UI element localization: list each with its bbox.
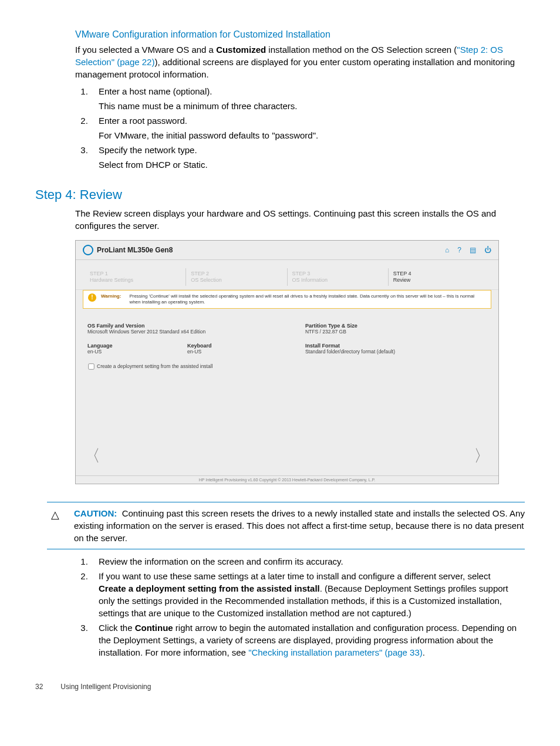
- ss-row-2: Language en-US Keyboard en-US Install Fo…: [87, 343, 487, 355]
- list-item-main: Enter a root password.: [99, 116, 187, 126]
- deployment-checkbox[interactable]: [88, 364, 94, 370]
- caution-triangle-icon: △: [47, 507, 63, 544]
- language-icon[interactable]: ▤: [470, 246, 476, 254]
- list-item-main: Specify the network type.: [99, 145, 197, 155]
- field-value: NTFS / 232.87 GB: [305, 329, 487, 335]
- warning-text: Pressing 'Continue' will install the sel…: [129, 293, 486, 306]
- warning-label: Warning:: [101, 293, 124, 299]
- page-footer-title: Using Intelligent Provisioning: [60, 683, 151, 691]
- final-steps-section: Review the information on the screen and…: [75, 555, 519, 659]
- list-item-sub: This name must be a minimum of three cha…: [99, 100, 519, 112]
- list-item-sub: Select from DHCP or Static.: [99, 158, 519, 171]
- field-value: Standard folder/directory format (defaul…: [305, 349, 487, 355]
- caution-text: CAUTION: Continuing past this screen res…: [74, 507, 525, 544]
- caution-block: △ CAUTION: Continuing past this screen r…: [47, 502, 525, 549]
- deployment-checkbox-row: Create a deployment setting from the ass…: [87, 363, 487, 370]
- home-icon[interactable]: ⌂: [445, 246, 449, 254]
- warning-banner: ! Warning: Pressing 'Continue' will inst…: [83, 290, 491, 309]
- text-fragment: installation method on the OS Selection …: [266, 45, 457, 55]
- step4-intro: The Review screen displays your hardware…: [75, 207, 519, 232]
- ss-title-area: ProLiant ML350e Gen8: [83, 245, 173, 255]
- field-label: Partition Type & Size: [305, 323, 487, 329]
- field-partition: Partition Type & Size NTFS / 232.87 GB: [305, 323, 487, 335]
- text-fragment: If you selected a VMware OS and a: [75, 45, 216, 55]
- vmware-steps-list: Enter a host name (optional). This name …: [75, 85, 519, 171]
- field-os-family: OS Family and Version Microsoft Windows …: [87, 323, 305, 335]
- step-tab-2: STEP 2 OS Selection: [186, 268, 287, 286]
- next-arrow-icon[interactable]: 〉: [474, 445, 490, 467]
- list-item: Review the information on the screen and…: [90, 555, 519, 568]
- list-item: Click the Continue right arrow to begin …: [90, 622, 519, 659]
- hp-logo-icon: [83, 245, 93, 255]
- vmware-section: VMware Configuration information for Cus…: [75, 29, 519, 171]
- step-label: OS Selection: [191, 277, 282, 283]
- field-language: Language en-US: [87, 343, 187, 355]
- field-install-format: Install Format Standard folder/directory…: [305, 343, 487, 355]
- list-item: Enter a host name (optional). This name …: [90, 85, 519, 112]
- text-fragment: If you want to use these same settings a…: [99, 571, 491, 581]
- step-label: Review: [393, 277, 484, 283]
- step-tab-3: STEP 3 OS Information: [288, 268, 389, 286]
- ss-body: OS Family and Version Microsoft Windows …: [76, 309, 498, 434]
- ss-nav-arrows: 〈 〉: [76, 434, 498, 475]
- page-content: VMware Configuration information for Cus…: [0, 0, 560, 708]
- step4-heading: Step 4: Review: [35, 187, 525, 202]
- vmware-subheading: VMware Configuration information for Cus…: [75, 29, 519, 40]
- bold-create-deployment: Create a deployment setting from the ass…: [99, 583, 320, 593]
- list-item: Enter a root password. For VMware, the i…: [90, 114, 519, 141]
- text-fragment: .: [423, 647, 425, 657]
- caution-body: Continuing past this screen resets the d…: [74, 508, 525, 543]
- list-item: If you want to use these same settings a…: [90, 570, 519, 619]
- ss-row-1: OS Family and Version Microsoft Windows …: [87, 323, 487, 335]
- bold-continue: Continue: [135, 623, 173, 633]
- field-label: Install Format: [305, 343, 487, 349]
- step-label: OS Information: [292, 277, 383, 283]
- ss-title-text: ProLiant ML350e Gen8: [97, 246, 173, 254]
- field-keyboard: Keyboard en-US: [187, 343, 305, 355]
- field-value: en-US: [87, 349, 187, 355]
- field-label: OS Family and Version: [87, 323, 305, 329]
- list-item-main: Enter a host name (optional).: [99, 86, 212, 96]
- bold-customized: Customized: [216, 45, 266, 55]
- field-label: Keyboard: [187, 343, 305, 349]
- caution-label: CAUTION:: [74, 508, 117, 518]
- field-value: Microsoft Windows Server 2012 Standard x…: [87, 329, 305, 335]
- ss-step-bar: STEP 1 Hardware Settings STEP 2 OS Selec…: [76, 260, 498, 290]
- link-checking-installation-parameters[interactable]: "Checking installation parameters" (page…: [248, 647, 423, 657]
- step-number: STEP 3: [292, 271, 383, 277]
- deployment-checkbox-label: Create a deployment setting from the ass…: [97, 363, 213, 369]
- field-value: en-US: [187, 349, 305, 355]
- page-footer: 32 Using Intelligent Provisioning: [35, 667, 525, 691]
- field-label: Language: [87, 343, 187, 349]
- step-number: STEP 1: [90, 271, 181, 277]
- vmware-intro-paragraph: If you selected a VMware OS and a Custom…: [75, 43, 519, 80]
- ss-header: ProLiant ML350e Gen8 ⌂ ? ▤ ⏻: [76, 241, 498, 260]
- list-item-sub: For VMware, the initial password default…: [99, 129, 519, 141]
- ss-header-icons: ⌂ ? ▤ ⏻: [445, 246, 491, 254]
- list-item: Specify the network type. Select from DH…: [90, 144, 519, 171]
- ss-footer-copyright: HP Intelligent Provisioning v1.60 Copyri…: [76, 475, 498, 484]
- list-item-text: Review the information on the screen and…: [99, 556, 343, 566]
- step-number: STEP 2: [191, 271, 282, 277]
- power-icon[interactable]: ⏻: [484, 246, 491, 254]
- help-icon[interactable]: ?: [457, 246, 461, 254]
- final-steps-list: Review the information on the screen and…: [75, 555, 519, 659]
- warning-icon: !: [88, 293, 96, 302]
- page-number: 32: [35, 683, 59, 691]
- review-screenshot: ProLiant ML350e Gen8 ⌂ ? ▤ ⏻ STEP 1 Hard…: [75, 240, 499, 484]
- prev-arrow-icon[interactable]: 〈: [84, 445, 100, 467]
- step-tab-4: STEP 4 Review: [389, 268, 489, 286]
- step-tab-1: STEP 1 Hardware Settings: [85, 268, 186, 286]
- step-label: Hardware Settings: [90, 277, 181, 283]
- step-number: STEP 4: [393, 271, 484, 277]
- text-fragment: Click the: [99, 623, 135, 633]
